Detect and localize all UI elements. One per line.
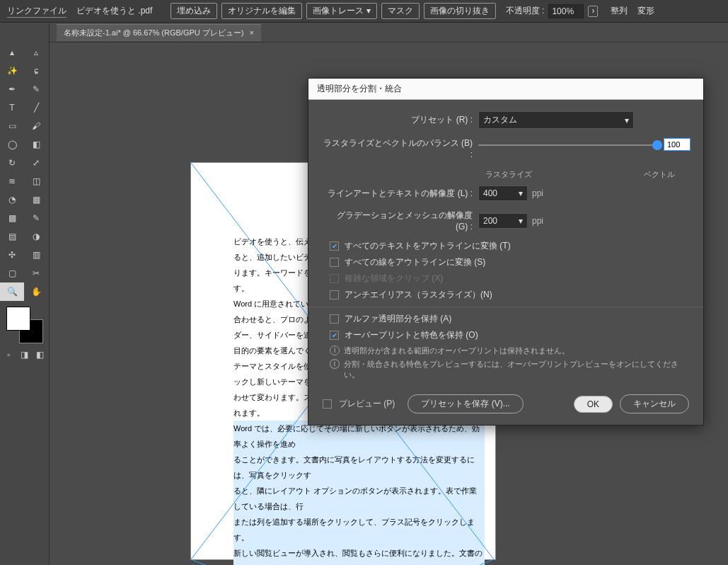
mesh-tool-icon[interactable]: ▩ — [0, 209, 24, 227]
balance-label: ラスタライズとベクトルのバランス (B) : — [323, 137, 478, 159]
gradient-tool-icon[interactable]: ▤ — [0, 227, 24, 246]
info-icon: i — [330, 346, 340, 355]
selection-tool-icon[interactable]: ▴ — [0, 43, 24, 62]
image-trace-button[interactable]: 画像トレース ▾ — [306, 3, 376, 19]
line-tool-icon[interactable]: ╱ — [24, 98, 48, 117]
antialias-checkbox[interactable] — [330, 290, 339, 299]
preview-label: プレビュー (P) — [339, 398, 395, 410]
width-tool-icon[interactable]: ≋ — [0, 172, 24, 190]
arrange-button[interactable]: 整列 — [611, 5, 628, 17]
balance-right-label: ベクトル — [644, 169, 675, 180]
artboard-tool-icon[interactable]: ▢ — [0, 264, 24, 282]
linkfile-label[interactable]: リンクファイル — [7, 5, 67, 18]
blend-tool-icon[interactable]: ◑ — [24, 227, 48, 246]
ok-button[interactable]: OK — [574, 396, 613, 413]
zoom-tool-icon[interactable]: 🔍 — [0, 282, 24, 301]
chevron-down-icon: ▾ — [366, 6, 371, 16]
preview-checkbox[interactable] — [323, 399, 332, 409]
chevron-down-icon: ▾ — [519, 188, 523, 198]
preset-label: プリセット (R) : — [323, 114, 478, 126]
document-tabstrip: 名称未設定-1.ai* @ 66.67% (RGB/GPU プレビュー) × — [0, 23, 728, 42]
info-text-2: 分割・統合される特色をプレビューするには、オーバープリントプレビューをオンにして… — [344, 359, 689, 380]
overprint-checkbox[interactable] — [330, 331, 339, 340]
draw-inside-icon[interactable]: ◧ — [35, 349, 46, 360]
shape-builder-tool-icon[interactable]: ◔ — [0, 190, 24, 209]
info-icon: i — [330, 359, 340, 369]
overprint-label: オーバープリントと特色を保持 (O) — [345, 329, 478, 341]
paintbrush-tool-icon[interactable]: 🖌 — [24, 117, 48, 135]
rotate-tool-icon[interactable]: ↻ — [0, 154, 24, 172]
perspective-tool-icon[interactable]: ▦ — [24, 190, 48, 209]
rectangle-tool-icon[interactable]: ▭ — [0, 117, 24, 135]
text-outline-checkbox[interactable] — [330, 241, 339, 251]
slice-tool-icon[interactable]: ✂ — [24, 264, 48, 282]
hand-tool-icon[interactable]: ✋ — [24, 282, 48, 301]
transform-button[interactable]: 変形 — [637, 5, 654, 17]
close-tab-icon[interactable]: × — [249, 28, 253, 37]
clip-complex-checkbox — [330, 274, 339, 283]
curvature-tool-icon[interactable]: ✎ — [24, 80, 48, 98]
color-swatch[interactable] — [6, 307, 43, 343]
eraser-tool-icon[interactable]: ◧ — [24, 135, 48, 154]
pen-tool-icon[interactable]: ✒ — [0, 80, 24, 98]
chevron-down-icon: ▾ — [519, 216, 523, 226]
balance-slider[interactable]: 100 — [478, 140, 689, 157]
opacity-stepper[interactable]: › — [588, 6, 598, 17]
shaper-tool-icon[interactable]: ◯ — [0, 135, 24, 154]
stroke-outline-checkbox[interactable] — [330, 258, 339, 267]
balance-left-label: ラスタライズ — [485, 169, 532, 180]
stroke-outline-label: すべての線をアウトラインに変換 (S) — [345, 256, 485, 268]
lineart-label: ラインアートとテキストの解像度 (L) : — [323, 188, 478, 200]
preset-select[interactable]: カスタム▾ — [478, 111, 634, 129]
opacity-label: 不透明度 : — [506, 5, 545, 17]
direct-selection-tool-icon[interactable]: ▵ — [24, 43, 48, 62]
linked-filename: ビデオを使うと .pdf — [76, 5, 152, 17]
magic-wand-tool-icon[interactable]: ✨ — [0, 62, 24, 80]
left-toolbar: ▴ ▵ ✨ ɕ ✒ ✎ T ╱ ▭ 🖌 ◯ ◧ ↻ ⤢ ≋ ◫ ◔ ▦ ▩ ✎ … — [0, 23, 50, 565]
eyedropper-tool-icon[interactable]: ✎ — [24, 209, 48, 227]
antialias-label: アンチエイリアス（ラスタライズ）(N) — [345, 289, 492, 301]
scale-tool-icon[interactable]: ⤢ — [24, 154, 48, 172]
gradient-label: グラデーションとメッシュの解像度 (G) : — [323, 210, 478, 232]
text-outline-label: すべてのテキストをアウトラインに変換 (T) — [345, 240, 511, 252]
cancel-button[interactable]: キャンセル — [620, 394, 689, 413]
save-preset-button[interactable]: プリセットを保存 (V)... — [408, 394, 523, 413]
clip-complex-label: 複雑な領域をクリップ (X) — [345, 273, 443, 285]
gradient-input[interactable]: 200▾ — [478, 213, 528, 229]
free-transform-tool-icon[interactable]: ◫ — [24, 172, 48, 190]
ppi-unit: ppi — [532, 188, 543, 198]
alpha-checkbox[interactable] — [330, 314, 339, 324]
lineart-input[interactable]: 400▾ — [478, 186, 528, 201]
alpha-label: アルファ透明部分を保持 (A) — [345, 313, 451, 325]
control-bar: リンクファイル ビデオを使うと .pdf 埋め込み オリジナルを編集 画像トレー… — [0, 0, 728, 23]
ppi-unit: ppi — [532, 216, 543, 226]
document-tab[interactable]: 名称未設定-1.ai* @ 66.67% (RGB/GPU プレビュー) × — [57, 24, 261, 41]
type-tool-icon[interactable]: T — [0, 98, 24, 117]
balance-value-input[interactable]: 100 — [664, 138, 691, 151]
flatten-transparency-dialog: 透明部分を分割・統合 プリセット (R) : カスタム▾ ラスタライズとベクトル… — [308, 78, 704, 426]
opacity-input[interactable] — [548, 4, 584, 18]
draw-normal-icon[interactable]: ▫ — [4, 349, 15, 360]
embed-button[interactable]: 埋め込み — [171, 3, 217, 19]
lasso-tool-icon[interactable]: ɕ — [24, 62, 48, 80]
crop-image-button[interactable]: 画像の切り抜き — [424, 3, 496, 19]
chevron-down-icon: ▾ — [625, 115, 629, 125]
draw-behind-icon[interactable]: ◨ — [19, 349, 30, 360]
fill-swatch[interactable] — [6, 307, 30, 331]
edit-original-button[interactable]: オリジナルを編集 — [221, 3, 302, 19]
symbol-sprayer-tool-icon[interactable]: ✣ — [0, 246, 24, 264]
document-tab-label: 名称未設定-1.ai* @ 66.67% (RGB/GPU プレビュー) — [64, 28, 243, 38]
mask-button[interactable]: マスク — [381, 3, 420, 19]
graph-tool-icon[interactable]: ▥ — [24, 246, 48, 264]
info-text-1: 透明部分が含まれる範囲のオーバープリントは保持されません。 — [344, 346, 570, 356]
dialog-title: 透明部分を分割・統合 — [308, 79, 703, 100]
